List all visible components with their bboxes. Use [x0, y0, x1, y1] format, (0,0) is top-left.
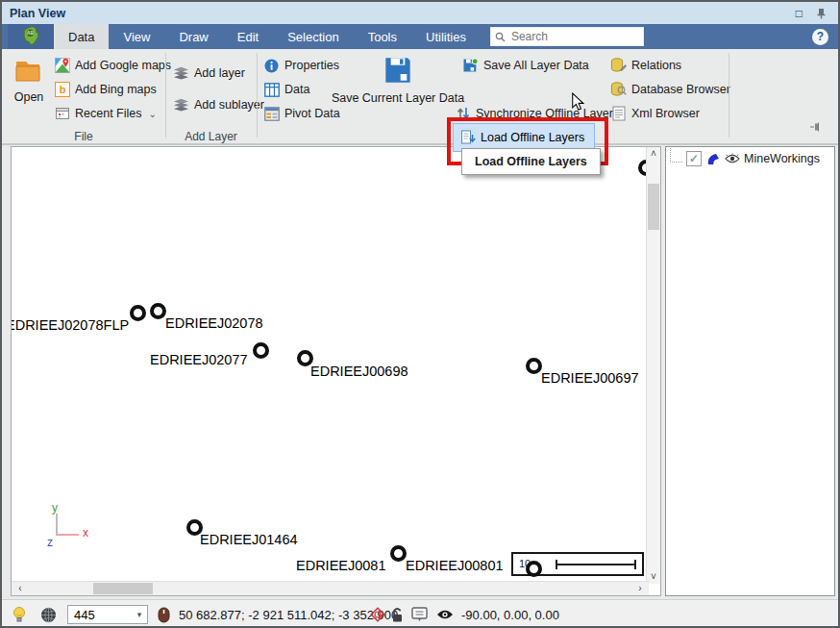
tooltip: Load Offline Layers — [461, 148, 601, 175]
axis-x-line — [56, 534, 79, 536]
relations-label: Relations — [631, 59, 681, 72]
horizontal-scrollbar-thumb[interactable] — [93, 583, 153, 594]
relations-button[interactable]: Relations — [610, 55, 681, 76]
open-button[interactable]: Open — [8, 57, 50, 104]
data-label: Data — [284, 83, 309, 96]
open-label: Open — [14, 90, 44, 104]
title-bar: Plan View □ — [2, 2, 838, 25]
info-icon — [263, 58, 280, 74]
layer-tree-item-mineworkings[interactable]: ✓ MineWorkings — [670, 151, 820, 166]
axis-z-label: z — [47, 536, 53, 549]
data-point-marker[interactable] — [297, 350, 313, 366]
layers-icon — [173, 65, 189, 82]
vertical-scrollbar[interactable]: ˄ ˅ — [646, 147, 660, 584]
scroll-up-arrow[interactable]: ˄ — [647, 147, 660, 161]
data-point-marker[interactable] — [186, 519, 203, 536]
search-input[interactable] — [509, 29, 639, 44]
data-point-marker[interactable] — [130, 305, 146, 321]
add-sublayer-button[interactable]: Add sublayer — [173, 94, 264, 115]
svg-text:AB: AB — [27, 30, 35, 36]
lightbulb-icon[interactable] — [12, 600, 27, 628]
maximize-button[interactable]: □ — [796, 7, 803, 20]
scale-bar-line — [556, 564, 636, 565]
save-current-layer-data-button[interactable]: Save Current Layer Data — [341, 55, 455, 105]
tab-edit[interactable]: Edit — [223, 24, 273, 49]
xml-browser-button[interactable]: Xml Browser — [610, 103, 700, 124]
globe-icon[interactable] — [40, 600, 57, 628]
scroll-left-arrow[interactable]: ‹ — [13, 582, 27, 595]
data-point-label: EDRIEEJ02077 — [150, 352, 248, 367]
layers-icon — [173, 97, 189, 113]
data-point-marker[interactable] — [526, 561, 542, 577]
add-google-maps-label: Add Google maps — [75, 59, 171, 72]
status-bar: 445 ▾ 50 682.877; -2 921 511.042; -3 352… — [2, 599, 838, 628]
data-point-label: EDRIEEJ00801 — [406, 558, 504, 573]
unlock-icon[interactable] — [390, 600, 405, 628]
group-separator — [165, 53, 166, 138]
tab-data[interactable]: Data — [54, 24, 109, 49]
snap-diamond-icon[interactable] — [369, 600, 386, 628]
add-layer-button[interactable]: Add layer — [173, 63, 245, 84]
level-select[interactable]: 445 ▾ — [67, 605, 148, 624]
search-box[interactable] — [490, 27, 644, 46]
ribbon-tab-bar: AB Data View Draw Edit Selection Tools U… — [2, 24, 838, 49]
data-point-label: EDRIEEJ02078FLP — [11, 317, 129, 333]
horizontal-scrollbar[interactable]: ‹ › — [12, 581, 649, 595]
pin-ribbon-icon[interactable] — [810, 122, 823, 132]
add-google-maps-button[interactable]: Add Google maps — [54, 55, 171, 76]
mouse-icon — [158, 600, 170, 628]
data-point-marker[interactable] — [253, 342, 269, 359]
scroll-down-arrow[interactable]: ˅ — [647, 570, 660, 584]
file-group-label: File — [2, 130, 165, 143]
help-button[interactable]: ? — [812, 29, 828, 45]
recent-files-icon — [54, 106, 70, 122]
vertical-scrollbar-thumb[interactable] — [648, 184, 659, 230]
database-browser-button[interactable]: Database Browser — [610, 79, 730, 100]
pivot-data-button[interactable]: Pivot Data — [263, 103, 340, 124]
layer-label: MineWorkings — [744, 152, 820, 165]
recent-files-button[interactable]: Recent Files ⌄ — [54, 103, 157, 124]
axis-triad: y x z — [44, 501, 102, 554]
database-search-icon — [610, 82, 627, 98]
synchronize-offline-layers-button[interactable]: Synchronize Offline Layers — [455, 103, 619, 124]
data-button[interactable]: Data — [263, 79, 309, 100]
pivot-table-icon — [263, 106, 280, 122]
data-point-marker[interactable] — [150, 303, 166, 319]
properties-button[interactable]: Properties — [263, 55, 339, 76]
eye-icon[interactable] — [725, 153, 740, 164]
app-menu-button[interactable]: AB — [8, 24, 54, 49]
load-offline-layers-label: Load Offline Layers — [481, 131, 584, 144]
layer-shape-icon — [705, 152, 721, 166]
add-layer-group-label: Add Layer — [165, 130, 257, 143]
tab-utilities[interactable]: Utilities — [411, 24, 481, 49]
tab-view[interactable]: View — [109, 24, 164, 49]
tree-branch-line — [670, 148, 682, 163]
open-folder-icon — [13, 57, 44, 86]
eye-icon[interactable] — [436, 600, 454, 628]
layer-checkbox[interactable]: ✓ — [686, 151, 702, 166]
save-all-floppy-icon — [462, 58, 479, 74]
data-point-label: EDRIEEJ01464 — [200, 532, 298, 547]
tab-tools[interactable]: Tools — [354, 24, 411, 49]
tab-draw[interactable]: Draw — [164, 24, 222, 49]
properties-label: Properties — [284, 59, 339, 72]
google-maps-icon — [54, 58, 70, 74]
bing-maps-icon: b — [54, 82, 70, 98]
add-bing-maps-button[interactable]: b Add Bing maps — [54, 79, 157, 100]
chevron-down-icon: ▾ — [132, 610, 147, 619]
cursor-coordinates: 50 682.877; -2 921 511.042; -3 352.900 — [179, 600, 398, 628]
pin-icon[interactable] — [816, 8, 827, 19]
database-browser-label: Database Browser — [631, 83, 730, 96]
comment-icon[interactable] — [411, 600, 428, 628]
layers-tree-panel: ✓ MineWorkings — [665, 146, 835, 596]
view-rotation: -90.00, 0.00, 0.00 — [461, 600, 559, 628]
data-point-marker[interactable] — [390, 545, 407, 562]
xml-browser-label: Xml Browser — [631, 107, 700, 120]
data-point-marker[interactable] — [526, 358, 542, 374]
ribbon-content: Open Add Google maps b Add Bing maps Rec… — [2, 49, 838, 145]
scroll-right-arrow[interactable]: › — [633, 582, 647, 595]
recent-files-label: Recent Files — [75, 107, 141, 120]
plan-canvas[interactable]: 10 y x z ˄ ˅ ‹ › EDRIEEJ02078FLPEDRIEEJ0… — [11, 146, 661, 596]
tab-selection[interactable]: Selection — [273, 24, 353, 49]
save-all-layer-data-button[interactable]: Save All Layer Data — [462, 55, 589, 76]
